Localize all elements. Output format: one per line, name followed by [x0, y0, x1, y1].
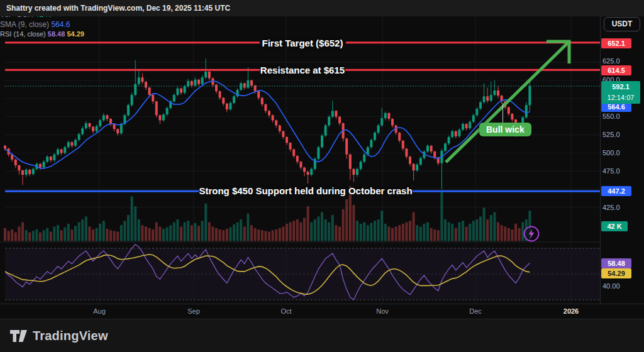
candle-body [391, 119, 394, 125]
candle-body [296, 156, 299, 162]
last-price-value: 592.1 [601, 82, 640, 92]
candle-body [451, 131, 453, 137]
candle-body [268, 111, 270, 115]
chart-canvas[interactable] [0, 0, 644, 352]
volume-bar [303, 218, 306, 241]
candle-body [78, 134, 80, 140]
bull-wick-label[interactable]: Bull wick [479, 123, 531, 136]
volume-bar [11, 229, 13, 241]
candle-body [360, 162, 362, 169]
volume-bar [46, 228, 48, 241]
volume-bar [384, 224, 387, 241]
volume-bar [437, 230, 440, 241]
footer-bar: TradingView [0, 319, 644, 352]
candle-body [469, 122, 471, 128]
candle-body [292, 150, 295, 156]
candle-body [229, 103, 231, 109]
volume-bar [433, 229, 436, 241]
volume-bar [103, 221, 105, 241]
candle-body [307, 172, 309, 175]
candle-body [508, 107, 510, 114]
volume-bar [317, 216, 319, 241]
volume-bar [387, 227, 390, 241]
annotation-resistance[interactable]: Resistance at $615 [260, 65, 345, 75]
tradingview-logo[interactable]: TradingView [10, 329, 108, 343]
candle-body [374, 133, 376, 140]
volume-bar [233, 224, 235, 241]
volume-bar [458, 223, 460, 241]
candle-body [222, 98, 225, 104]
time-scale-label-2026: 2026 [564, 307, 579, 315]
candle-body [60, 150, 63, 153]
volume-bar [64, 228, 66, 241]
candle-body [155, 101, 158, 115]
candle-body [465, 124, 468, 128]
candle-body [338, 117, 341, 123]
volume-bar [4, 228, 6, 241]
volume-bar [493, 212, 496, 241]
volume-bar [191, 225, 193, 241]
volume-bar [173, 223, 175, 241]
candle-body [299, 162, 302, 167]
volume-bar [289, 223, 292, 241]
candle-body [279, 125, 281, 131]
volume-bar [444, 219, 447, 241]
candle-body [335, 111, 337, 116]
candle-body [257, 91, 260, 97]
volume-bar [50, 232, 52, 241]
candle-body [444, 143, 447, 151]
volume-bar [275, 229, 277, 241]
candle-body [201, 77, 204, 84]
volume-bar [268, 232, 270, 241]
candle-body [194, 80, 196, 85]
currency-toggle-button[interactable]: USDT [604, 17, 640, 31]
volume-bar [155, 223, 158, 241]
candle-body [64, 147, 66, 153]
candle-body [497, 91, 499, 96]
candle-body [145, 82, 147, 87]
candle-body [243, 83, 246, 87]
volume-bar [402, 224, 404, 241]
annotation-support[interactable]: Strong $450 Support held during October … [199, 185, 412, 196]
candle-body [226, 104, 228, 109]
candle-body [419, 158, 422, 164]
volume-bar [28, 233, 31, 241]
candle-body [120, 124, 123, 133]
candle-body [402, 141, 404, 149]
volume-bar [219, 229, 221, 241]
volume-bar [325, 219, 327, 241]
volume-bar [70, 229, 73, 241]
volume-bar [331, 215, 334, 241]
price-scale-label: 525.0 [602, 129, 640, 140]
time-scale-label-dec: Dec [469, 307, 482, 315]
candle-body [204, 72, 207, 77]
candle-body [405, 148, 408, 157]
candle-body [455, 131, 457, 136]
volume-bar [116, 232, 119, 241]
volume-bar [18, 227, 20, 241]
candle-body [141, 77, 143, 82]
volume-bar [465, 227, 468, 241]
bull-wick-pointer-line [502, 103, 503, 123]
candle-body [317, 147, 319, 158]
candle-body [148, 87, 151, 95]
volume-bar [134, 206, 136, 241]
volume-bar [99, 224, 101, 241]
candle-body [18, 165, 20, 170]
annotation-first-target[interactable]: First Target ($652) [262, 38, 343, 48]
boost-lightning-icon[interactable] [523, 225, 540, 243]
candle-body [345, 138, 348, 154]
candle-body [380, 118, 383, 126]
candle-body [261, 98, 264, 104]
price-scale-label: 425.0 [602, 202, 640, 212]
volume-bar [423, 224, 425, 241]
candle-body [352, 169, 355, 175]
volume-bar [222, 230, 225, 241]
candle-body [70, 142, 73, 146]
candle-body [462, 124, 464, 129]
candle-body [349, 155, 352, 169]
target-level-tag: 652.1 [601, 38, 631, 48]
candle-body [321, 136, 323, 147]
candle-body [328, 117, 330, 126]
candle-body [39, 164, 42, 168]
